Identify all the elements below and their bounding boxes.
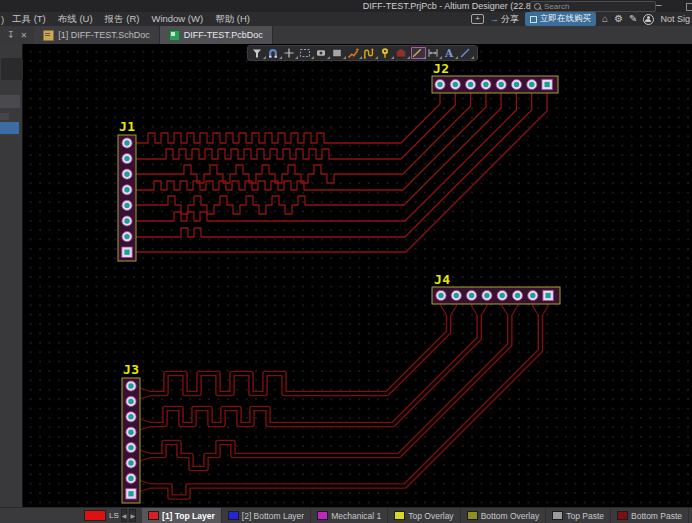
select-area-icon[interactable]	[299, 47, 314, 59]
layer-name: Top Overlay	[408, 511, 453, 521]
pcb-doc-icon	[169, 30, 180, 41]
diff-pair-route-icon[interactable]	[363, 47, 378, 59]
pcb-board[interactable]: J1J2J3J4	[23, 44, 692, 508]
gear-icon[interactable]: ⚙	[614, 13, 623, 25]
pin-icon[interactable]: ↧	[7, 30, 15, 40]
route-icon-glyph	[347, 47, 359, 59]
tab-pcbdoc-label: DIFF-TEST.PcbDoc	[184, 30, 263, 40]
tab-pcbdoc[interactable]: DIFF-TEST.PcbDoc	[160, 26, 273, 44]
layer-tab[interactable]: Mechanical 1	[311, 508, 388, 523]
filter-icon[interactable]	[251, 47, 266, 59]
layer-tab[interactable]: Top Overlay	[388, 508, 460, 523]
tab-schdoc-label: [1] DIFF-TEST.SchDoc	[58, 30, 150, 40]
draw-line-icon-glyph	[459, 47, 471, 59]
pad-icon[interactable]	[315, 47, 330, 59]
close-icon[interactable]: ✕	[21, 31, 28, 40]
menu-item[interactable]: 布线 (U)	[52, 13, 99, 26]
menu-item[interactable]: 帮助 (H)	[209, 13, 256, 26]
layer-color-swatch	[552, 511, 563, 520]
collapsed-panel-strip	[0, 44, 23, 508]
region-icon[interactable]	[331, 47, 346, 59]
share-button[interactable]: → 分享	[490, 13, 519, 26]
layer-name: Bottom Overlay	[481, 511, 540, 521]
polygon-pour-icon-glyph	[395, 47, 407, 59]
polygon-pour-icon[interactable]	[395, 47, 410, 59]
panel-fragment-row[interactable]	[0, 95, 20, 108]
sign-in-label[interactable]: Not Sig	[660, 14, 690, 24]
magnet-icon-glyph	[267, 47, 279, 59]
svg-text:J1: J1	[119, 119, 136, 134]
status-bar: LS ◀ ▶ [1] Top Layer[2] Bottom LayerMech…	[0, 507, 692, 523]
draw-line-icon[interactable]	[459, 47, 474, 59]
altium-designer-window: DIFF-TEST.PrjPcb - Altium Designer (22.8…	[0, 0, 692, 523]
layer-color-swatch	[228, 511, 239, 520]
comment-icon[interactable]: +	[471, 14, 484, 24]
menu-bar: ) 工具 (T)布线 (U)报告 (R)Window (W)帮助 (H) + →…	[0, 12, 692, 26]
layer-set-swatch	[84, 510, 106, 521]
layer-tab[interactable]: [1] Top Layer	[142, 508, 222, 523]
search-icon	[534, 3, 541, 10]
tab-schdoc[interactable]: [1] DIFF-TEST.SchDoc	[34, 26, 160, 44]
minimize-button[interactable]: –	[656, 0, 662, 10]
layer-name: Mechanical 1	[331, 511, 381, 521]
search-input[interactable]	[544, 2, 652, 11]
active-bar-toolbar: A	[247, 45, 478, 61]
layer-set-indicator[interactable]: LS	[84, 510, 119, 521]
title-bar: DIFF-TEST.PrjPcb - Altium Designer (22.8…	[0, 0, 692, 12]
menu-items: 工具 (T)布线 (U)报告 (R)Window (W)帮助 (H)	[6, 13, 256, 26]
layer-tab[interactable]: [2] Bottom Layer	[222, 508, 311, 523]
menu-item[interactable]: 报告 (R)	[99, 13, 146, 26]
pcb-canvas[interactable]: J1J2J3J4 A	[23, 44, 692, 508]
buy-icon	[530, 16, 537, 23]
diff-pair-route-icon-glyph	[363, 47, 375, 59]
layer-scroll-left-button[interactable]: ◀	[121, 509, 128, 522]
move-icon[interactable]	[283, 47, 298, 59]
line-icon[interactable]	[411, 47, 426, 59]
region-icon-glyph	[331, 47, 343, 59]
menu-item[interactable]: 工具 (T)	[6, 13, 52, 26]
window-title: DIFF-TEST.PrjPcb - Altium Designer (22.8…	[363, 1, 542, 11]
layer-tab[interactable]: Bottom Paste	[611, 508, 689, 523]
layer-name: Bottom Paste	[631, 511, 682, 521]
layer-name: Top Paste	[566, 511, 604, 521]
menu-item[interactable]: Window (W)	[145, 13, 209, 26]
via-icon-glyph	[379, 47, 391, 59]
layer-tab[interactable]: Bottom Overlay	[461, 508, 547, 523]
document-tab-bar: ↧ ✕ [1] DIFF-TEST.SchDoc DIFF-TEST.PcbDo…	[0, 26, 692, 45]
route-icon[interactable]	[347, 47, 362, 59]
customize-icon[interactable]: ✎	[629, 13, 637, 25]
layer-color-swatch	[617, 511, 628, 520]
schematic-doc-icon	[43, 30, 54, 41]
string-icon[interactable]: A	[443, 47, 458, 59]
layer-color-swatch	[394, 511, 405, 520]
magnet-icon[interactable]	[267, 47, 282, 59]
share-label: 分享	[501, 13, 519, 26]
home-icon[interactable]: ⌂	[602, 13, 608, 25]
svg-text:A: A	[444, 47, 454, 59]
panel-fragment-box	[1, 58, 23, 80]
layer-tabs: [1] Top Layer[2] Bottom LayerMechanical …	[142, 508, 692, 523]
panel-fragment-selected-row[interactable]	[0, 122, 19, 134]
layer-color-swatch	[148, 511, 159, 520]
move-icon-glyph	[283, 47, 295, 59]
layer-name: [2] Bottom Layer	[242, 511, 304, 521]
buy-online-button[interactable]: 立即在线购买	[525, 12, 596, 26]
layer-tab[interactable]: Top Paste	[546, 508, 611, 523]
layer-color-swatch	[317, 511, 328, 520]
select-area-icon-glyph	[299, 47, 311, 59]
buy-label: 立即在线购买	[540, 13, 591, 25]
via-icon[interactable]	[379, 47, 394, 59]
panel-controls: ↧ ✕	[0, 26, 34, 44]
maximize-button[interactable]	[686, 3, 692, 11]
svg-text:J4: J4	[434, 272, 451, 287]
menu-right-controls: + → 分享 立即在线购买 ⌂ ⚙ ✎ Not Sig	[471, 12, 692, 26]
layer-color-swatch	[467, 511, 478, 520]
line-icon-glyph	[411, 47, 423, 59]
global-search[interactable]	[530, 1, 656, 12]
pad-icon-glyph	[315, 47, 327, 59]
user-account-icon[interactable]	[643, 14, 654, 25]
layer-scroll-right-button[interactable]: ▶	[129, 509, 136, 522]
dimension-icon[interactable]	[427, 47, 442, 59]
layer-name: [1] Top Layer	[162, 511, 215, 521]
layer-set-label: LS	[109, 511, 119, 520]
